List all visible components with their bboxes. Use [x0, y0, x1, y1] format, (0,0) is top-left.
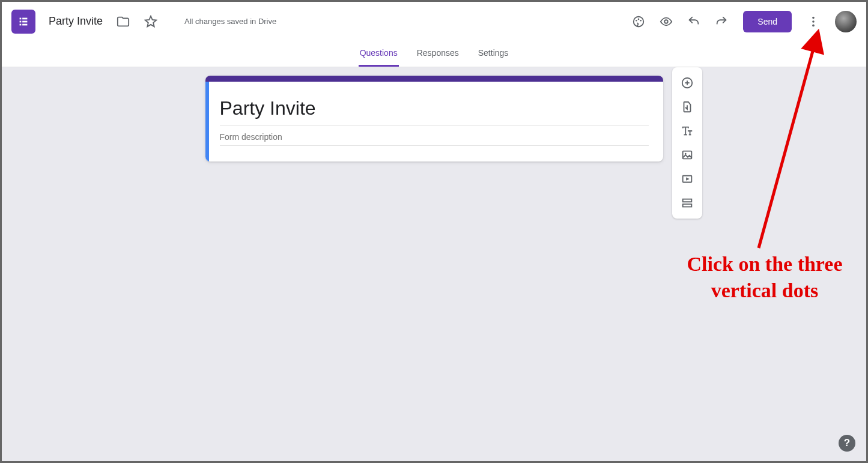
form-header-card[interactable]: [205, 76, 663, 162]
svg-point-9: [640, 19, 642, 21]
document-title[interactable]: Party Invite: [45, 13, 106, 30]
svg-rect-22: [682, 151, 691, 159]
form-canvas: [2, 67, 866, 162]
move-to-folder-icon[interactable]: [112, 11, 134, 32]
svg-rect-5: [22, 23, 27, 25]
svg-rect-26: [682, 199, 691, 202]
add-title-icon[interactable]: [675, 119, 699, 143]
annotation-text: Click on the three vertical dots: [675, 251, 855, 304]
svg-point-7: [636, 19, 637, 21]
send-button[interactable]: Send: [743, 11, 792, 32]
tab-settings[interactable]: Settings: [477, 41, 510, 67]
tabs-bar: Questions Responses Settings: [2, 41, 866, 67]
preview-icon[interactable]: [655, 11, 677, 32]
svg-point-13: [812, 24, 815, 26]
card-accent-bar: [205, 76, 663, 82]
add-question-icon[interactable]: [675, 71, 699, 95]
add-video-icon[interactable]: [675, 167, 699, 191]
undo-icon[interactable]: [683, 11, 705, 32]
star-icon[interactable]: [140, 11, 162, 32]
svg-point-8: [638, 18, 640, 20]
header-bar: Party Invite All changes saved in Drive …: [2, 2, 866, 41]
forms-logo[interactable]: [11, 10, 35, 34]
svg-point-6: [634, 16, 644, 26]
add-image-icon[interactable]: [675, 143, 699, 167]
more-options-icon[interactable]: [803, 11, 824, 32]
side-toolbar: [672, 67, 702, 219]
form-description-input[interactable]: [220, 126, 649, 146]
svg-point-12: [812, 20, 815, 23]
card-active-indicator: [205, 82, 209, 162]
customize-theme-icon[interactable]: [628, 11, 649, 32]
import-questions-icon[interactable]: [675, 95, 699, 119]
tab-responses[interactable]: Responses: [416, 41, 460, 67]
help-button[interactable]: ?: [839, 435, 855, 452]
svg-rect-0: [20, 17, 22, 19]
svg-point-10: [665, 20, 669, 23]
svg-rect-2: [20, 20, 22, 22]
svg-rect-1: [22, 17, 27, 19]
svg-rect-3: [22, 20, 27, 22]
save-status-text: All changes saved in Drive: [184, 17, 276, 26]
tab-questions[interactable]: Questions: [359, 41, 399, 67]
svg-rect-4: [20, 23, 22, 25]
form-title-input[interactable]: [220, 95, 649, 126]
account-avatar[interactable]: [835, 11, 857, 32]
add-section-icon[interactable]: [675, 191, 699, 215]
svg-point-11: [812, 16, 815, 19]
svg-marker-25: [686, 177, 690, 181]
svg-rect-27: [682, 204, 691, 207]
redo-icon[interactable]: [711, 11, 732, 32]
